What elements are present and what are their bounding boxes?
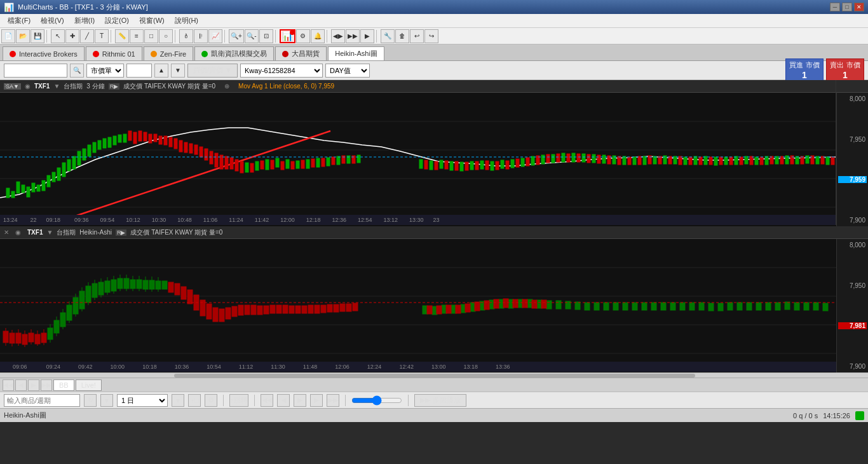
sell-button[interactable]: 賣出 市價 1 xyxy=(826,58,864,83)
toolbar-trendline[interactable]: 📏 xyxy=(115,29,129,43)
toolbar-zoom-out[interactable]: 🔍- xyxy=(245,29,259,43)
multi-play-btn[interactable]: ▶▶ 多圖播放 xyxy=(414,394,466,407)
toolbar-redo[interactable]: ↪ xyxy=(424,29,438,43)
svg-rect-156 xyxy=(831,157,834,165)
playback-play-btn[interactable]: ▶ xyxy=(294,394,306,407)
toolbar-candle[interactable]: 🕯 xyxy=(179,29,193,43)
nav-next-next-btn[interactable]: ▶▶ xyxy=(41,379,52,391)
toolbar-fib[interactable]: ≡ xyxy=(130,29,144,43)
toolbar-open[interactable]: 📂 xyxy=(16,29,30,43)
playback-jump-btn[interactable]: ↑ 跳轉 xyxy=(229,394,248,407)
toolbar-ellipse[interactable]: ○ xyxy=(159,29,173,43)
close-button[interactable]: ✕ xyxy=(854,3,864,11)
order-type-select[interactable]: 市價單 xyxy=(86,64,124,78)
chart1-time-9: 11:06 xyxy=(203,217,218,223)
page-tab-bb-label: BB xyxy=(59,381,69,389)
playback-period-down-btn[interactable]: ▼ xyxy=(172,394,184,407)
title-bar-right: ─ □ ✕ xyxy=(830,3,864,11)
toolbar-fit[interactable]: ⊡ xyxy=(259,29,273,43)
broker-tab-zenfire[interactable]: Zen-Fire xyxy=(144,46,194,60)
menu-view[interactable]: 檢視(V) xyxy=(36,15,69,27)
buy-button[interactable]: 買進 市價 1 xyxy=(785,58,824,83)
toolbar-save[interactable]: 💾 xyxy=(31,29,44,43)
symbol-select[interactable]: Kway-61258284 xyxy=(240,64,323,78)
svg-rect-269 xyxy=(670,303,675,310)
playback-back-btn[interactable]: ◀ xyxy=(277,394,290,407)
toolbar-bar[interactable]: 𝄆 xyxy=(194,29,208,43)
page-tab-live[interactable]: Live! xyxy=(76,379,102,391)
toolbar-indicator-highlighted[interactable]: 📊 xyxy=(280,29,295,43)
playback-rewind-btn[interactable]: ◀◀ xyxy=(261,394,273,407)
toolbar-strategy[interactable]: ⚙ xyxy=(296,29,310,43)
playback-period-select[interactable]: 1 日 xyxy=(117,394,168,407)
toolbar-zoom-in[interactable]: 🔍+ xyxy=(229,29,244,43)
broker-tab-dachang[interactable]: 大昌期貨 xyxy=(275,46,327,60)
page-tab-bb[interactable]: BB xyxy=(53,379,74,391)
menu-settings[interactable]: 設定(O) xyxy=(100,15,134,27)
toolbar-line-chart[interactable]: 📈 xyxy=(208,29,222,43)
menu-bar: 檔案(F) 檢視(V) 新增(I) 設定(O) 視窗(W) 說明(H) xyxy=(0,14,868,28)
qty-up-btn[interactable]: ▲ xyxy=(154,64,168,78)
svg-rect-8 xyxy=(22,185,25,193)
toolbar-rect[interactable]: □ xyxy=(144,29,158,43)
toolbar-undo[interactable]: ↩ xyxy=(410,29,424,43)
broker-tab-heikin[interactable]: Heikin-Ashi圖 xyxy=(328,46,384,60)
toolbar-line[interactable]: ╱ xyxy=(80,29,94,43)
search-icon-btn[interactable]: 🔍 xyxy=(70,64,84,78)
svg-rect-68 xyxy=(291,161,294,169)
svg-rect-114 xyxy=(816,156,819,164)
broker-tab-rithmic[interactable]: Rithmic 01 xyxy=(86,46,142,60)
nav-prev-prev-btn[interactable]: ◀◀ xyxy=(3,379,14,391)
toolbar-backtest[interactable]: ◀▶ xyxy=(331,29,345,43)
toolbar-delete[interactable]: 🗑 xyxy=(395,29,409,43)
svg-rect-120 xyxy=(465,162,468,170)
playback-settings-btn[interactable]: ⚙ xyxy=(205,394,217,407)
svg-rect-130 xyxy=(567,154,570,162)
minimize-button[interactable]: ─ xyxy=(830,3,840,11)
playback-forward-btn[interactable]: ▶ xyxy=(310,394,323,407)
menu-new[interactable]: 新增(I) xyxy=(69,15,100,27)
toolbar-new[interactable]: 📄 xyxy=(1,29,15,43)
menu-window[interactable]: 視窗(W) xyxy=(134,15,170,27)
playback-speed-slider[interactable] xyxy=(351,395,402,406)
symbol-period-input[interactable] xyxy=(4,394,80,407)
svg-rect-102 xyxy=(694,156,697,165)
toolbar-crosshair[interactable]: ✚ xyxy=(65,29,79,43)
toolbar-forward[interactable]: ▶▶ xyxy=(346,29,360,43)
symbol-search-input[interactable] xyxy=(4,64,67,78)
playback-add-chart-btn[interactable]: +□ xyxy=(188,394,201,407)
playback-arrow-btn[interactable]: ▼ xyxy=(100,394,113,407)
broker-tab-ib[interactable]: Interactive Brokers xyxy=(3,46,85,60)
toolbar-play[interactable]: ▶ xyxy=(360,29,374,43)
svg-rect-135 xyxy=(618,156,621,165)
quantity-input[interactable] xyxy=(126,64,152,78)
svg-rect-33 xyxy=(149,134,152,143)
toolbar-alert[interactable]: 🔔 xyxy=(311,29,325,43)
menu-help[interactable]: 說明(H) xyxy=(170,15,203,27)
toolbar-properties[interactable]: 🔧 xyxy=(381,29,395,43)
toolbar-arrow[interactable]: ↖ xyxy=(51,29,65,43)
chart1-scale-mid: 7,950 xyxy=(838,136,867,143)
broker-tab-kaiwei[interactable]: 凱衛資訊模擬交易 xyxy=(194,46,274,60)
svg-rect-25 xyxy=(108,137,111,147)
menu-file[interactable]: 檔案(F) xyxy=(3,15,36,27)
svg-rect-70 xyxy=(311,159,315,167)
svg-rect-263 xyxy=(613,303,618,310)
nav-prev-btn[interactable]: ◀ xyxy=(15,379,27,391)
nav-next-btn[interactable]: ▶ xyxy=(28,379,39,391)
period-select[interactable]: DAY值 xyxy=(325,64,370,78)
svg-rect-282 xyxy=(794,303,799,310)
playback-refresh-btn[interactable]: ↻ xyxy=(84,394,97,407)
maximize-button[interactable]: □ xyxy=(842,3,852,11)
qty-down-btn[interactable]: ▼ xyxy=(171,64,185,78)
buy-sell-btn[interactable]: 買價/賣價 ▼ xyxy=(187,64,238,78)
chart1-time-10: 11:24 xyxy=(229,217,243,223)
svg-rect-7 xyxy=(17,182,20,193)
chart2-time-11: 12:06 xyxy=(335,364,349,370)
toolbar-text[interactable]: T xyxy=(95,29,109,43)
svg-rect-39 xyxy=(179,140,182,152)
playback-end-btn[interactable]: ▶▶ xyxy=(327,394,339,407)
svg-rect-220 xyxy=(213,308,218,322)
horizontal-scrollbar[interactable] xyxy=(0,372,868,378)
svg-rect-277 xyxy=(747,303,752,310)
